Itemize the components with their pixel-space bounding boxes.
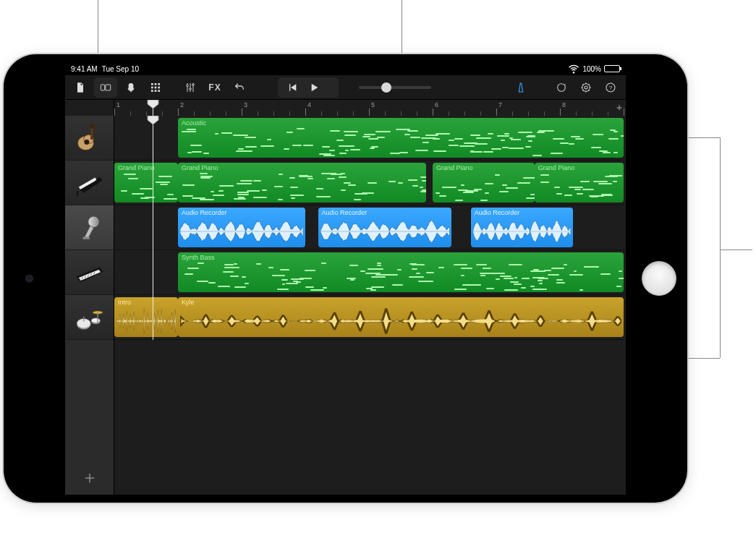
region-label: Intro: [118, 299, 131, 306]
svg-text:?: ?: [609, 84, 613, 90]
svg-rect-4: [158, 83, 160, 85]
region-label: Grand Piano: [436, 164, 473, 171]
svg-rect-2: [151, 83, 153, 85]
play-button[interactable]: [308, 82, 320, 93]
region[interactable]: Audio Recorder: [318, 208, 452, 247]
ruler-bar-number: 8: [562, 101, 566, 108]
svg-rect-7: [158, 86, 160, 88]
region-label: Grand Piano: [538, 164, 575, 171]
ruler[interactable]: ＋ 123456789: [114, 100, 626, 116]
svg-point-33: [91, 317, 100, 323]
ipad-frame: 9:41 AM Tue Sep 10 100%: [4, 54, 687, 503]
svg-rect-0: [101, 85, 104, 90]
track-lane[interactable]: Acoustic: [114, 116, 626, 161]
home-button[interactable]: [642, 261, 676, 296]
settings-button[interactable]: [575, 77, 597, 98]
svg-rect-3: [155, 83, 157, 85]
region[interactable]: Audio Recorder: [178, 208, 305, 247]
track-header-drums[interactable]: [65, 295, 114, 340]
svg-rect-8: [151, 90, 153, 92]
track-header-synth[interactable]: [65, 250, 114, 295]
region-label: Grand Piano: [182, 164, 218, 171]
track-lane[interactable]: IntroKyle: [114, 295, 626, 340]
track-headers: ＋: [65, 116, 114, 495]
add-section-button[interactable]: ＋: [614, 101, 624, 114]
undo-button[interactable]: [229, 77, 250, 98]
battery-percent: 100%: [582, 65, 601, 73]
region-label: Audio Recorder: [322, 209, 368, 216]
instrument-button[interactable]: [120, 77, 142, 98]
ruler-row: ＋ 123456789: [65, 100, 626, 116]
app-screen: 9:41 AM Tue Sep 10 100%: [65, 62, 626, 495]
region-label: Grand Piano: [118, 164, 155, 171]
ruler-bar-number: 2: [180, 101, 184, 108]
go-to-start-button[interactable]: [286, 82, 298, 93]
svg-rect-22: [90, 124, 94, 128]
region-label: Acoustic: [182, 119, 206, 127]
svg-rect-35: [97, 312, 98, 323]
svg-point-27: [88, 216, 98, 227]
track-area: ＋ AcousticGrand PianoGrand PianoGrand Pi…: [65, 116, 626, 495]
track-controls-button[interactable]: [179, 77, 201, 98]
region-label: Kyle: [182, 299, 195, 306]
region-label: Audio Recorder: [182, 209, 227, 216]
browser-toggle[interactable]: [94, 77, 117, 98]
timeline[interactable]: AcousticGrand PianoGrand PianoGrand Pian…: [114, 116, 626, 495]
svg-rect-1: [106, 85, 111, 90]
region[interactable]: Grand Piano: [535, 163, 624, 202]
transport-controls: [278, 77, 339, 98]
svg-rect-28: [82, 236, 90, 239]
ruler-bar-number: 4: [307, 101, 311, 108]
svg-point-14: [558, 83, 566, 91]
region-label: Audio Recorder: [475, 209, 520, 216]
ruler-bar-number: 7: [498, 101, 502, 108]
track-header-mic[interactable]: [65, 205, 114, 250]
wifi-icon: [568, 63, 579, 74]
playhead[interactable]: [153, 116, 153, 340]
fx-button[interactable]: FX: [204, 77, 226, 98]
region[interactable]: Audio Recorder: [471, 208, 573, 247]
ruler-bar-number: 1: [116, 101, 120, 108]
svg-rect-6: [155, 86, 157, 88]
region[interactable]: Kyle: [178, 297, 624, 337]
region[interactable]: Grand Piano: [178, 163, 426, 202]
ruler-bar-number: 6: [435, 101, 438, 108]
battery-icon: [604, 65, 620, 72]
region[interactable]: Grand Piano: [433, 163, 535, 202]
svg-point-13: [192, 83, 195, 85]
region[interactable]: Acoustic: [178, 118, 624, 158]
svg-point-12: [190, 88, 192, 90]
metronome-button[interactable]: [510, 77, 532, 98]
track-lane[interactable]: Grand PianoGrand PianoGrand PianoGrand P…: [114, 161, 626, 205]
svg-rect-25: [77, 191, 78, 196]
svg-rect-9: [155, 90, 157, 92]
ruler-bar-number: 3: [244, 101, 247, 108]
master-volume-slider[interactable]: [353, 77, 437, 98]
svg-point-11: [187, 85, 189, 87]
status-time: 9:41 AM: [71, 65, 98, 73]
status-date: Tue Sep 10: [102, 65, 139, 73]
svg-rect-5: [151, 86, 153, 88]
region[interactable]: Grand Piano: [114, 163, 178, 202]
toolbar: FX: [65, 75, 626, 100]
svg-rect-36: [83, 316, 84, 321]
svg-rect-10: [158, 90, 160, 92]
svg-point-16: [585, 86, 587, 89]
help-button[interactable]: ?: [600, 77, 621, 98]
loop-browser-button[interactable]: [551, 77, 572, 98]
tracks-view-button[interactable]: [145, 77, 166, 98]
region-label: Synth Bass: [182, 254, 215, 261]
ruler-bar-number: 5: [371, 101, 375, 108]
add-track-button[interactable]: ＋: [65, 460, 114, 495]
svg-point-23: [84, 140, 89, 145]
track-lane[interactable]: Synth Bass: [114, 250, 626, 295]
track-lane[interactable]: Audio RecorderAudio RecorderAudio Record…: [114, 205, 626, 250]
camera-dot: [27, 276, 32, 281]
track-header-piano[interactable]: [65, 161, 114, 205]
status-bar: 9:41 AM Tue Sep 10 100%: [65, 62, 626, 75]
my-songs-button[interactable]: [69, 77, 91, 98]
region[interactable]: Synth Bass: [178, 252, 624, 292]
svg-rect-26: [95, 179, 97, 184]
track-header-guitar[interactable]: [65, 116, 114, 161]
region[interactable]: Intro: [114, 297, 178, 337]
